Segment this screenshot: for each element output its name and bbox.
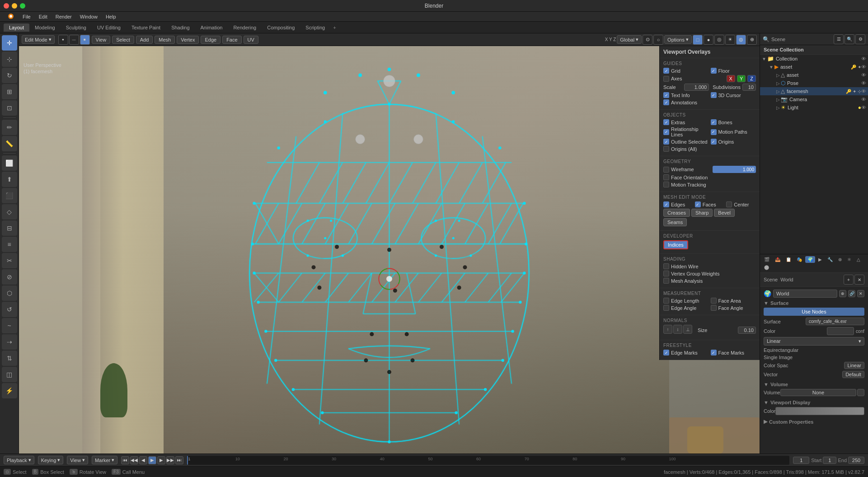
light-item[interactable]: ▷ ☀ Light ● 👁 xyxy=(760,103,868,112)
tool-inset[interactable]: ⬛ xyxy=(2,188,17,203)
tool-extrude[interactable]: ⬆ xyxy=(2,172,17,187)
shading-solid[interactable]: ● xyxy=(704,35,713,45)
outliner-filter-btn[interactable]: ☰ xyxy=(834,34,844,44)
facemesh-item[interactable]: ▷ △ facemesh 🔑 ✦ ⊹ 👁 xyxy=(760,87,868,95)
shading-material[interactable]: ◎ xyxy=(714,35,724,45)
tool-bisect[interactable]: ⊘ xyxy=(2,269,17,285)
edge-menu[interactable]: Edge xyxy=(201,36,221,44)
annotations-checkbox[interactable] xyxy=(663,99,669,105)
tool-loop-cut[interactable]: ⊟ xyxy=(2,220,17,236)
vertex-normals-btn[interactable]: ↑ xyxy=(663,325,672,334)
add-menu[interactable]: Add xyxy=(136,36,153,44)
prop-close-btn[interactable]: ✕ xyxy=(854,275,864,285)
origins-checkbox[interactable] xyxy=(711,139,717,145)
shading-wireframe[interactable]: □ xyxy=(693,35,703,45)
face-normals-btn[interactable]: ↕ xyxy=(673,325,682,334)
select-menu[interactable]: Select xyxy=(112,36,134,44)
text-info-checkbox[interactable] xyxy=(663,92,669,98)
light-visibility[interactable]: 👁 xyxy=(861,105,866,110)
tool-offset-edge[interactable]: ≡ xyxy=(2,237,17,252)
proportional-edit[interactable]: ○ xyxy=(653,35,663,45)
edge-angle-checkbox[interactable] xyxy=(663,305,669,311)
color-preview[interactable] xyxy=(827,327,854,335)
gizmo-toggle[interactable]: ⊕ xyxy=(747,35,757,45)
face-normals-2-btn[interactable]: ⊥ xyxy=(683,325,692,334)
asset-mesh-item[interactable]: ▷ △ asset 👁 xyxy=(760,71,868,79)
tab-sculpting[interactable]: Sculpting xyxy=(61,23,92,32)
options-menu[interactable]: Options▾ xyxy=(664,35,692,44)
use-nodes-btn[interactable]: Use Nodes xyxy=(764,308,864,316)
tab-compositing[interactable]: Compositing xyxy=(262,23,300,32)
asset-mesh-visibility[interactable]: 👁 xyxy=(861,72,866,78)
prop-tab-object[interactable]: ▶ xyxy=(816,256,824,263)
face-angle-checkbox[interactable] xyxy=(711,305,717,311)
tab-shading[interactable]: Shading xyxy=(166,23,195,32)
prop-tab-particles[interactable]: ⊛ xyxy=(836,256,844,263)
prev-frame-btn[interactable]: ◀ xyxy=(139,456,147,464)
prop-tab-material[interactable]: ⬤ xyxy=(762,264,771,271)
tool-rip[interactable]: ⚡ xyxy=(2,383,17,398)
tool-cursor[interactable]: ✛ xyxy=(2,35,17,51)
tool-shear[interactable]: ◫ xyxy=(2,367,17,382)
outline-selected-checkbox[interactable] xyxy=(663,139,669,145)
asset-item[interactable]: ▼ ▶ asset 🔑 ✦ 👁 xyxy=(760,63,868,71)
prev-keyframe-btn[interactable]: ◀◀ xyxy=(130,456,138,464)
vertex-mode-btn[interactable]: ● xyxy=(58,35,68,45)
3d-cursor-checkbox[interactable] xyxy=(711,92,717,98)
edge-mode-btn[interactable]: — xyxy=(69,35,79,45)
face-area-checkbox[interactable] xyxy=(711,298,717,304)
tab-scripting[interactable]: Scripting xyxy=(300,23,330,32)
viewport[interactable]: Edit Mode ▾ ● — ■ View Select Add Mesh V… xyxy=(19,33,760,454)
jump-end-btn[interactable]: ⏭ xyxy=(175,456,183,464)
collection-item[interactable]: ▼ 📁 Collection 👁 xyxy=(760,55,868,63)
hidden-wire-checkbox[interactable] xyxy=(663,263,669,269)
close-button[interactable] xyxy=(4,3,9,9)
next-frame-btn[interactable]: ▶ xyxy=(157,456,165,464)
snap-toggle[interactable]: ⊙ xyxy=(643,35,652,45)
world-copy-btn[interactable]: ⊕ xyxy=(839,290,846,297)
tool-smooth[interactable]: ~ xyxy=(2,318,17,333)
pose-visibility[interactable]: 👁 xyxy=(861,80,866,86)
facemesh-visibility[interactable]: 👁 xyxy=(861,89,866,94)
tool-shrink-fatten[interactable]: ⇅ xyxy=(2,351,17,366)
motion-tracking-checkbox[interactable] xyxy=(663,182,669,187)
overlay-toggle[interactable]: ◍ xyxy=(736,35,746,45)
relationship-lines-checkbox[interactable] xyxy=(663,129,669,135)
timeline-ruler[interactable]: 1 10 20 30 40 50 60 70 80 90 100 xyxy=(187,456,789,465)
pose-item[interactable]: ▷ ⬡ Pose 👁 xyxy=(760,79,868,87)
surface-input[interactable] xyxy=(806,318,864,325)
face-orientation-checkbox[interactable] xyxy=(663,174,669,180)
view-menu[interactable]: View xyxy=(92,36,111,44)
menu-blender[interactable] xyxy=(4,12,18,22)
tab-animation[interactable]: Animation xyxy=(195,23,228,32)
start-frame-input[interactable] xyxy=(823,457,836,464)
volume-value[interactable]: None xyxy=(780,389,856,396)
marker-dropdown[interactable]: Marker▾ xyxy=(92,456,117,464)
shading-rendered[interactable]: ☀ xyxy=(725,35,735,45)
tool-poly-build[interactable]: ⬡ xyxy=(2,285,17,301)
outliner-search-btn[interactable]: 🔍 xyxy=(845,34,854,44)
timeline-view-dropdown[interactable]: View▾ xyxy=(67,456,88,464)
tool-add-cube[interactable]: ⬜ xyxy=(2,155,17,171)
tool-bevel[interactable]: ◇ xyxy=(2,204,17,220)
color-space-value[interactable]: Linear xyxy=(844,362,864,369)
floor-checkbox[interactable] xyxy=(711,68,717,74)
vertex-menu[interactable]: Vertex xyxy=(177,36,199,44)
wireframe-checkbox[interactable] xyxy=(663,167,669,173)
origins-all-checkbox[interactable] xyxy=(663,146,669,152)
axes-checkbox[interactable] xyxy=(663,76,669,82)
volume-extra[interactable] xyxy=(857,389,864,396)
sharp-btn[interactable]: Sharp xyxy=(691,209,713,217)
tool-measure[interactable]: 📏 xyxy=(2,136,17,151)
normals-size-input[interactable] xyxy=(738,327,756,334)
tool-move[interactable]: ⊹ xyxy=(2,51,17,67)
end-frame-input[interactable] xyxy=(848,457,864,464)
extras-checkbox[interactable] xyxy=(663,119,669,125)
world-link-btn[interactable]: 🔗 xyxy=(848,290,855,297)
face-menu[interactable]: Face xyxy=(222,36,241,44)
linear-dropdown[interactable]: Linear ▾ xyxy=(764,337,864,346)
motion-paths-checkbox[interactable] xyxy=(711,129,717,135)
asset-visibility[interactable]: 👁 xyxy=(861,64,866,70)
next-keyframe-btn[interactable]: ▶▶ xyxy=(166,456,174,464)
axis-y-btn[interactable]: Y xyxy=(737,75,746,82)
